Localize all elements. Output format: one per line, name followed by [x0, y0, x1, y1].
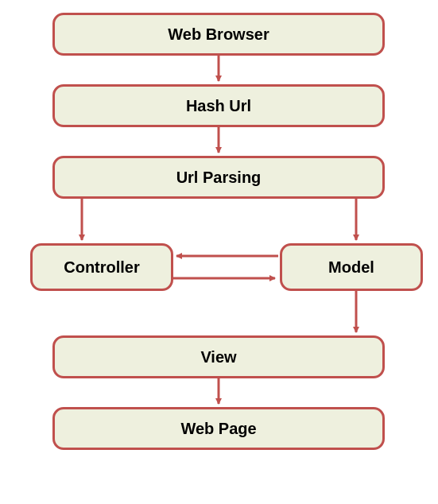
node-web-page: Web Page — [52, 407, 385, 450]
node-model: Model — [280, 243, 423, 291]
node-controller: Controller — [30, 243, 173, 291]
node-view: View — [52, 335, 385, 378]
node-label: Web Page — [180, 420, 256, 438]
node-hash-url: Hash Url — [52, 84, 385, 127]
node-label: Hash Url — [186, 97, 251, 115]
node-label: Controller — [64, 258, 140, 277]
node-label: Model — [328, 258, 374, 277]
node-label: Web Browser — [168, 25, 269, 44]
node-label: Url Parsing — [176, 169, 262, 187]
node-url-parsing: Url Parsing — [52, 156, 385, 199]
node-label: View — [200, 348, 236, 366]
node-web-browser: Web Browser — [52, 13, 385, 56]
